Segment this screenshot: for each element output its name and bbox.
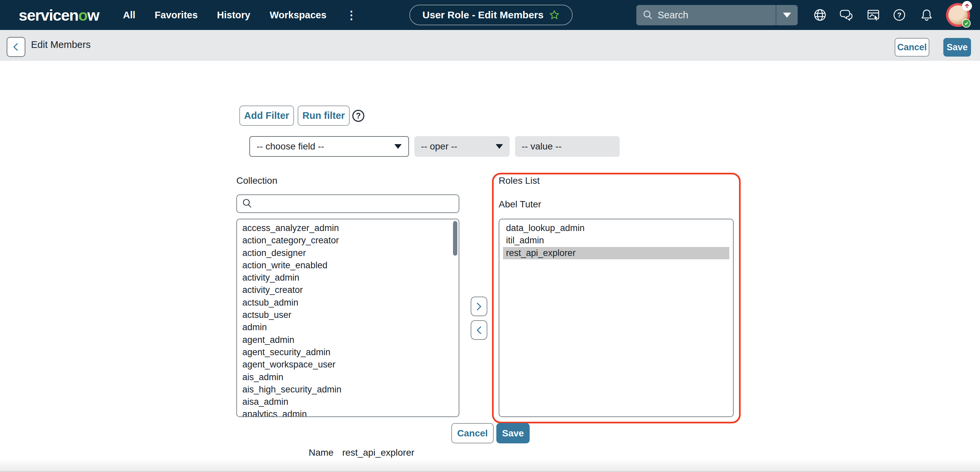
help-icon[interactable]: ?: [892, 8, 907, 22]
favorite-star-icon[interactable]: [549, 10, 560, 20]
chevron-right-icon: [475, 302, 483, 312]
page-header-bar: Edit Members Cancel Save: [0, 30, 980, 60]
scrollbar-thumb[interactable]: [453, 221, 457, 256]
header-cancel-button[interactable]: Cancel: [895, 38, 929, 57]
member-name-label: Abel Tuter: [499, 199, 541, 210]
chevron-down-icon: [783, 13, 791, 17]
roles-list-label: Roles List: [499, 176, 540, 186]
chevron-down-icon: [496, 144, 503, 149]
list-item[interactable]: data_lookup_admin: [503, 222, 729, 234]
move-right-button[interactable]: [471, 296, 487, 316]
list-item[interactable]: agent_workspace_user: [237, 358, 455, 371]
list-item[interactable]: action_designer: [237, 247, 455, 259]
add-filter-button[interactable]: Add Filter: [239, 106, 294, 126]
header-save-button[interactable]: Save: [943, 38, 971, 57]
nav-item-workspaces[interactable]: Workspaces: [270, 10, 326, 21]
nav-item-all[interactable]: All: [123, 10, 135, 21]
logo-text-end: w: [88, 6, 99, 24]
list-item[interactable]: activity_creator: [237, 284, 455, 296]
bottom-shade: [0, 459, 980, 472]
nav-item-history[interactable]: History: [217, 10, 250, 21]
list-item[interactable]: aisa_admin: [237, 396, 455, 408]
collection-list: access_analyzer_adminaction_category_cre…: [237, 219, 459, 417]
move-left-button[interactable]: [471, 320, 487, 340]
search-icon: [242, 198, 253, 209]
logo-text: servicen: [19, 6, 78, 24]
choose-field-select[interactable]: -- choose field --: [249, 136, 409, 157]
operator-value: -- oper --: [421, 141, 457, 152]
name-row: Name rest_api_explorer: [309, 447, 414, 458]
list-item[interactable]: itil_admin: [503, 234, 729, 247]
name-label: Name: [309, 447, 334, 458]
global-search[interactable]: Search: [636, 5, 798, 25]
workspace-window-icon[interactable]: [866, 8, 881, 22]
chevron-left-icon: [11, 41, 21, 52]
chevron-down-icon: [395, 144, 402, 149]
list-item[interactable]: ais_high_security_admin: [237, 383, 455, 396]
footer-cancel-button[interactable]: Cancel: [451, 423, 494, 443]
search-icon: [642, 10, 654, 21]
chevron-left-icon: [475, 325, 483, 335]
chat-icon[interactable]: [839, 8, 854, 22]
footer-save-button[interactable]: Save: [496, 423, 530, 443]
list-item[interactable]: action_category_creator: [237, 234, 455, 247]
list-item[interactable]: access_analyzer_admin: [237, 222, 455, 234]
servicenow-logo[interactable]: servicenow: [19, 6, 99, 24]
context-pill[interactable]: User Role - Edit Members: [409, 5, 573, 25]
list-item[interactable]: agent_security_admin: [237, 346, 455, 358]
list-item[interactable]: activity_admin: [237, 272, 455, 284]
list-item[interactable]: rest_api_explorer: [503, 247, 729, 259]
list-item[interactable]: analytics_admin: [237, 408, 455, 417]
svg-text:?: ?: [897, 11, 902, 19]
collection-search-input[interactable]: [236, 195, 459, 213]
collection-label: Collection: [236, 176, 277, 186]
value-placeholder: -- value --: [522, 141, 562, 152]
list-item[interactable]: actsub_admin: [237, 296, 455, 309]
list-item[interactable]: ais_admin: [237, 371, 455, 383]
page-title: Edit Members: [31, 39, 91, 50]
nav-item-favorites[interactable]: Favorites: [155, 10, 198, 21]
run-filter-button[interactable]: Run filter: [298, 106, 350, 126]
search-placeholder: Search: [658, 10, 688, 21]
choose-field-value: -- choose field --: [257, 141, 324, 152]
name-value: rest_api_explorer: [342, 447, 414, 458]
context-pill-label: User Role - Edit Members: [422, 10, 543, 21]
list-item[interactable]: agent_admin: [237, 334, 455, 346]
logo-o: o: [78, 6, 88, 24]
notifications-bell-icon[interactable]: [920, 8, 934, 22]
roles-list: data_lookup_adminitil_adminrest_api_expl…: [500, 219, 733, 259]
filter-help-icon[interactable]: ?: [352, 110, 364, 122]
search-scope-dropdown[interactable]: [776, 5, 798, 25]
status-available-badge: [962, 19, 970, 28]
list-item[interactable]: admin: [237, 321, 455, 334]
collection-listbox[interactable]: access_analyzer_adminaction_category_cre…: [236, 219, 459, 417]
top-nav-menu: All Favorites History Workspaces: [123, 10, 326, 21]
roles-listbox[interactable]: data_lookup_adminitil_adminrest_api_expl…: [499, 219, 733, 417]
back-button[interactable]: [7, 37, 25, 57]
operator-select[interactable]: -- oper --: [414, 136, 510, 157]
value-input-disabled: -- value --: [515, 136, 620, 157]
impersonation-arrow-badge: [962, 1, 972, 11]
more-menu-icon[interactable]: ⋮: [346, 10, 357, 21]
list-item[interactable]: actsub_user: [237, 309, 455, 321]
globe-icon[interactable]: [813, 8, 827, 22]
list-item[interactable]: action_write_enabled: [237, 259, 455, 272]
user-avatar[interactable]: [946, 3, 970, 27]
